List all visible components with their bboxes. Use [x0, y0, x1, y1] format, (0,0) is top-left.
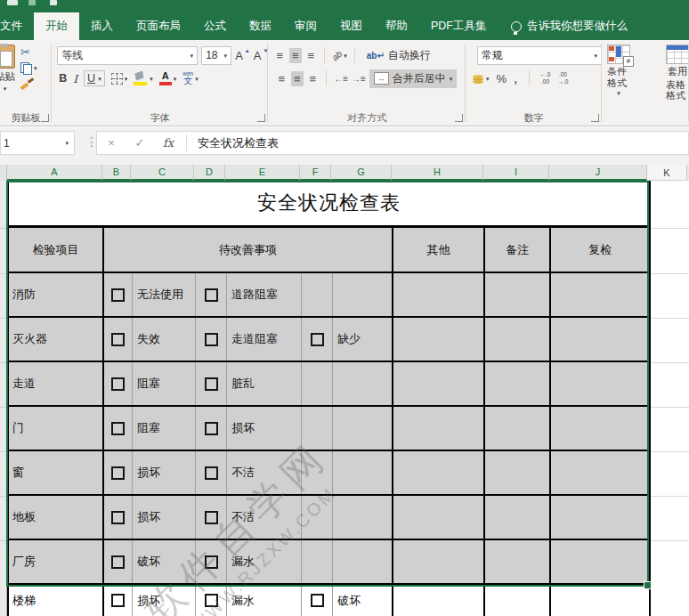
alignment-dialog-launcher-icon[interactable]: [455, 114, 463, 122]
option-label-cell[interactable]: [333, 540, 393, 583]
option-label-cell[interactable]: 不洁: [227, 451, 302, 494]
item-cell[interactable]: 门: [9, 407, 104, 450]
column-header-D[interactable]: D: [194, 165, 225, 181]
insert-function-icon[interactable]: fx: [154, 136, 182, 150]
save-icon[interactable]: [7, 0, 18, 5]
checkbox-icon[interactable]: [111, 333, 125, 346]
option-label-cell[interactable]: 破坏: [133, 540, 196, 583]
header-improvements[interactable]: 待改善事项: [104, 228, 393, 272]
decrease-indent-icon[interactable]: ←≡: [334, 74, 348, 84]
option-label-cell[interactable]: [333, 407, 393, 450]
header-recheck[interactable]: 复检: [551, 228, 649, 272]
tab-data[interactable]: 数据: [238, 12, 283, 40]
underline-button[interactable]: U▾: [84, 70, 105, 86]
checkbox-cell[interactable]: [196, 407, 227, 450]
checkbox-icon[interactable]: [111, 422, 125, 435]
checkbox-icon[interactable]: [205, 466, 218, 480]
empty-cell[interactable]: [393, 362, 485, 405]
align-bottom-icon[interactable]: ≡: [305, 48, 318, 63]
checkbox-cell[interactable]: [302, 585, 333, 616]
tab-insert[interactable]: 插入: [79, 12, 125, 40]
checkbox-cell[interactable]: [196, 540, 227, 583]
checkbox-cell[interactable]: [302, 451, 333, 494]
comma-style-button[interactable]: ,: [514, 76, 517, 81]
checkbox-icon[interactable]: [205, 377, 218, 391]
empty-cell[interactable]: [393, 273, 485, 316]
option-label-cell[interactable]: 失效: [133, 318, 196, 361]
cancel-icon[interactable]: ×: [97, 136, 126, 150]
option-label-cell[interactable]: [333, 273, 393, 316]
name-box-dropdown-icon[interactable]: ▾: [65, 140, 69, 146]
empty-cell[interactable]: [551, 273, 649, 316]
option-label-cell[interactable]: 不洁: [227, 496, 302, 539]
grow-font-button[interactable]: A▲: [235, 49, 250, 62]
item-cell[interactable]: 走道: [9, 362, 104, 405]
option-label-cell[interactable]: [333, 362, 393, 405]
format-as-table-button[interactable]: 套用 表格格式: [666, 45, 689, 101]
option-label-cell[interactable]: [333, 451, 393, 494]
increase-decimal-icon[interactable]: ←.0.00: [540, 71, 551, 85]
column-header-I[interactable]: I: [483, 165, 549, 181]
empty-cell[interactable]: [551, 318, 649, 361]
column-header-A[interactable]: A: [7, 165, 102, 181]
format-painter-icon[interactable]: [20, 78, 34, 89]
checkbox-icon[interactable]: [205, 555, 218, 569]
column-header-K[interactable]: K: [647, 165, 687, 181]
checkbox-cell[interactable]: [104, 451, 133, 494]
clipboard-dialog-launcher-icon[interactable]: [41, 114, 49, 122]
checkbox-cell[interactable]: [196, 318, 227, 361]
item-cell[interactable]: 消防: [9, 273, 104, 316]
number-format-select[interactable]: 常规▾: [477, 46, 602, 65]
option-label-cell[interactable]: 漏水: [227, 585, 302, 616]
cut-icon[interactable]: ✂: [20, 46, 37, 58]
paste-dropdown-icon[interactable]: ▾: [4, 85, 7, 92]
checkbox-cell[interactable]: [196, 496, 227, 539]
tab-help[interactable]: 帮助: [374, 12, 419, 40]
checkbox-cell[interactable]: [104, 318, 133, 361]
conditional-format-button[interactable]: ≠ 条件格式 ▾: [607, 45, 630, 101]
column-header-C[interactable]: C: [131, 165, 194, 181]
header-other[interactable]: 其他: [393, 228, 485, 272]
empty-cell[interactable]: [485, 585, 551, 616]
undo-icon[interactable]: [28, 0, 36, 5]
checkbox-cell[interactable]: [302, 362, 333, 405]
tab-formulas[interactable]: 公式: [192, 12, 238, 40]
empty-cell[interactable]: [485, 318, 551, 361]
checkbox-icon[interactable]: [111, 377, 125, 391]
orientation-icon[interactable]: ab: [330, 48, 344, 62]
option-label-cell[interactable]: 损坏: [133, 451, 196, 494]
wrap-text-button[interactable]: ab↵ 自动换行: [362, 46, 435, 65]
phonetic-guide-icon[interactable]: wén文: [182, 71, 193, 86]
checkbox-icon[interactable]: [111, 288, 125, 302]
item-cell[interactable]: 楼梯: [9, 585, 104, 616]
option-label-cell[interactable]: 损坏: [133, 585, 196, 616]
checkbox-icon[interactable]: [311, 594, 324, 607]
paste-button[interactable]: 粘贴 ▾: [0, 45, 15, 111]
align-left-icon[interactable]: ≡: [275, 71, 288, 86]
empty-cell[interactable]: [551, 451, 649, 494]
font-size-select[interactable]: 18▾: [201, 46, 231, 65]
empty-cell[interactable]: [393, 585, 485, 616]
checkbox-cell[interactable]: [302, 318, 333, 361]
tab-review[interactable]: 审阅: [283, 12, 328, 40]
checkbox-cell[interactable]: [196, 585, 227, 616]
empty-cell[interactable]: [393, 540, 485, 583]
accounting-format-icon[interactable]: [473, 74, 484, 84]
checkbox-icon[interactable]: [205, 511, 218, 524]
align-top-icon[interactable]: ≡: [273, 48, 286, 63]
item-cell[interactable]: 窗: [9, 451, 104, 494]
option-label-cell[interactable]: 损坏: [227, 407, 302, 450]
tab-pdf-tools[interactable]: PDF工具集: [419, 12, 499, 40]
option-label-cell[interactable]: 漏水: [227, 540, 302, 583]
checkbox-icon[interactable]: [111, 511, 125, 524]
tab-view[interactable]: 视图: [328, 12, 374, 40]
column-header-E[interactable]: E: [225, 165, 300, 181]
font-color-icon[interactable]: A: [159, 71, 172, 85]
option-label-cell[interactable]: 损坏: [133, 496, 196, 539]
percent-style-button[interactable]: %: [497, 72, 507, 85]
table-title-cell[interactable]: 安全状况检查表: [9, 181, 649, 228]
option-label-cell[interactable]: [333, 496, 393, 539]
align-center-icon[interactable]: ≡: [291, 71, 304, 86]
checkbox-cell[interactable]: [302, 540, 333, 583]
tab-page-layout[interactable]: 页面布局: [125, 12, 192, 40]
